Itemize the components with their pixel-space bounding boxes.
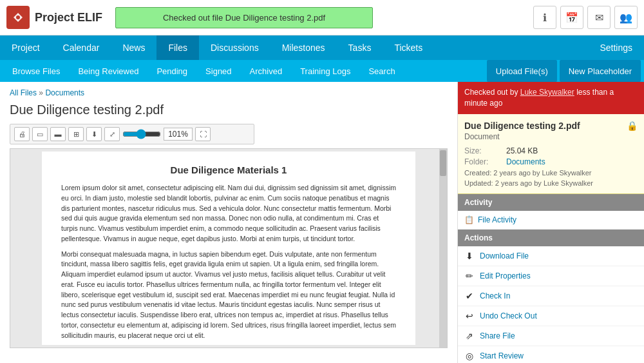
info-button[interactable]: ℹ <box>533 6 556 29</box>
email-button[interactable]: ✉ <box>587 6 611 29</box>
pdf-viewer: Due Diligence Materials 1 Lorem ipsum do… <box>10 148 448 348</box>
updated-label: Updated: <box>464 179 493 187</box>
logo-icon <box>6 6 30 29</box>
left-panel: All Files » Documents Due Diligence test… <box>0 82 457 363</box>
pdf-double-page-button[interactable]: ▬ <box>50 127 66 141</box>
breadcrumb-separator: » <box>39 88 43 97</box>
pdf-toolbar: 🖨 ▭ ▬ ⊞ ⬇ ⤢ ⛶ <box>10 124 254 144</box>
updated-value: 2 years ago by <box>495 179 542 187</box>
pdf-download-button[interactable]: ⬇ <box>86 127 102 141</box>
pdf-scroll-thumb[interactable] <box>440 150 446 176</box>
upload-files-button[interactable]: Upload File(s) <box>487 60 557 82</box>
nav-calendar[interactable]: Calendar <box>52 35 111 60</box>
file-info-title: Due Diligence testing 2.pdf 🔒 <box>464 121 638 131</box>
svg-point-1 <box>16 15 20 19</box>
calendar-button[interactable]: 📅 <box>560 6 583 29</box>
pdf-paragraph-1: Lorem ipsum dolor sit amet, consectetur … <box>61 183 396 244</box>
doc-title: Due Diligence testing 2.pdf <box>10 103 448 117</box>
right-panel: Checked out by Luke Skywalker less than … <box>457 82 644 363</box>
file-activity-item[interactable]: 📋 File Activity <box>458 211 644 230</box>
new-placeholder-button[interactable]: New Placeholder <box>560 60 641 82</box>
sub-nav-bar: Browse Files Being Reviewed Pending Sign… <box>0 60 644 82</box>
share-file-label[interactable]: Share File <box>480 331 515 340</box>
notification-banner: Checked out file Due Diligence testing 2… <box>115 7 373 28</box>
nav-settings[interactable]: Settings <box>588 35 644 60</box>
subnav-pending[interactable]: Pending <box>147 60 196 82</box>
download-file-label[interactable]: Download File <box>480 251 529 260</box>
check-in-label[interactable]: Check In <box>480 291 510 300</box>
pdf-scrollbar[interactable] <box>439 149 447 348</box>
nav-tickets[interactable]: Tickets <box>383 35 434 60</box>
created-value: 2 years ago by <box>493 169 540 177</box>
main-content: All Files » Documents Due Diligence test… <box>0 82 644 363</box>
nav-tasks[interactable]: Tasks <box>337 35 383 60</box>
nav-files[interactable]: Files <box>156 35 199 60</box>
subnav-being-reviewed[interactable]: Being Reviewed <box>69 60 147 82</box>
folder-value: Documents <box>506 157 545 166</box>
activity-icon: 📋 <box>464 215 474 224</box>
size-label: Size: <box>464 146 506 155</box>
file-folder-row: Folder: Documents <box>464 157 638 166</box>
actions-section: Actions ⬇ Download File ✏ Edit Propertie… <box>458 230 644 363</box>
pdf-print-button[interactable]: 🖨 <box>14 127 30 141</box>
zoom-slider[interactable] <box>122 129 161 139</box>
start-review-label[interactable]: Start Review <box>480 351 524 360</box>
pdf-content: Due Diligence Materials 1 Lorem ipsum do… <box>42 152 415 345</box>
nav-milestones[interactable]: Milestones <box>270 35 337 60</box>
subnav-signed[interactable]: Signed <box>196 60 240 82</box>
edit-properties-label[interactable]: Edit Properties <box>480 271 531 280</box>
subnav-archived[interactable]: Archived <box>241 60 292 82</box>
size-value: 25.04 KB <box>506 146 538 155</box>
edit-properties-action[interactable]: ✏ Edit Properties <box>458 266 644 286</box>
checkin-icon: ✔ <box>464 291 475 301</box>
start-review-action[interactable]: ◎ Start Review <box>458 346 644 363</box>
pdf-paragraph-2: Morbi consequat malesuada magna, in luct… <box>61 250 396 341</box>
subnav-right: Upload File(s) New Placeholder <box>484 60 641 82</box>
undo-checkout-label[interactable]: Undo Check Out <box>480 311 537 320</box>
undo-checkout-action[interactable]: ↩ Undo Check Out <box>458 306 644 326</box>
file-size-row: Size: 25.04 KB <box>464 146 638 155</box>
breadcrumb-all-files[interactable]: All Files <box>10 88 37 97</box>
zoom-level-input[interactable] <box>164 128 193 141</box>
created-user-link[interactable]: Luke Skywalker <box>542 169 591 177</box>
app-title: Project ELIF <box>35 11 102 25</box>
breadcrumb-documents[interactable]: Documents <box>45 88 84 97</box>
checkout-user-link[interactable]: Luke Skywalker <box>520 88 574 97</box>
activity-section: Activity 📋 File Activity <box>458 194 644 230</box>
share-file-action[interactable]: ⇗ Share File <box>458 326 644 346</box>
nav-project[interactable]: Project <box>0 35 52 60</box>
users-button[interactable]: 👥 <box>614 6 638 29</box>
top-bar: Project ELIF Checked out file Due Dilige… <box>0 0 644 35</box>
pdf-expand-button[interactable]: ⤢ <box>104 127 120 141</box>
checkout-msg: Checked out by <box>464 88 518 97</box>
pdf-grid-button[interactable]: ⊞ <box>68 127 84 141</box>
pdf-single-page-button[interactable]: ▭ <box>32 127 48 141</box>
top-icons: ℹ 📅 ✉ 👥 <box>533 6 638 29</box>
breadcrumb: All Files » Documents <box>10 88 448 97</box>
pdf-fullscreen-button[interactable]: ⛶ <box>195 127 211 141</box>
lock-icon: 🔒 <box>627 121 638 131</box>
activity-header: Activity <box>458 194 644 211</box>
download-file-action[interactable]: ⬇ Download File <box>458 246 644 266</box>
pdf-heading: Due Diligence Materials 1 <box>61 164 396 175</box>
file-activity-label: File Activity <box>478 215 516 224</box>
check-in-action[interactable]: ✔ Check In <box>458 286 644 306</box>
nav-news[interactable]: News <box>111 35 156 60</box>
nav-bar: Project Calendar News Files Discussions … <box>0 35 644 60</box>
file-info-type: Document <box>464 132 638 141</box>
subnav-browse-files[interactable]: Browse Files <box>3 60 69 82</box>
download-icon: ⬇ <box>464 251 475 261</box>
updated-user-link[interactable]: Luke Skywalker <box>544 179 593 187</box>
folder-label: Folder: <box>464 157 506 166</box>
created-label: Created: <box>464 169 491 177</box>
file-info: Due Diligence testing 2.pdf 🔒 Document S… <box>458 114 644 194</box>
file-updated-row: Updated: 2 years ago by Luke Skywalker <box>464 179 638 187</box>
undo-icon: ↩ <box>464 311 475 321</box>
subnav-training-logs[interactable]: Training Logs <box>291 60 359 82</box>
folder-link[interactable]: Documents <box>506 157 545 166</box>
edit-icon: ✏ <box>464 271 475 281</box>
checkout-banner: Checked out by Luke Skywalker less than … <box>458 82 644 114</box>
file-name: Due Diligence testing 2.pdf <box>464 121 580 131</box>
subnav-search[interactable]: Search <box>359 60 404 82</box>
nav-discussions[interactable]: Discussions <box>199 35 270 60</box>
